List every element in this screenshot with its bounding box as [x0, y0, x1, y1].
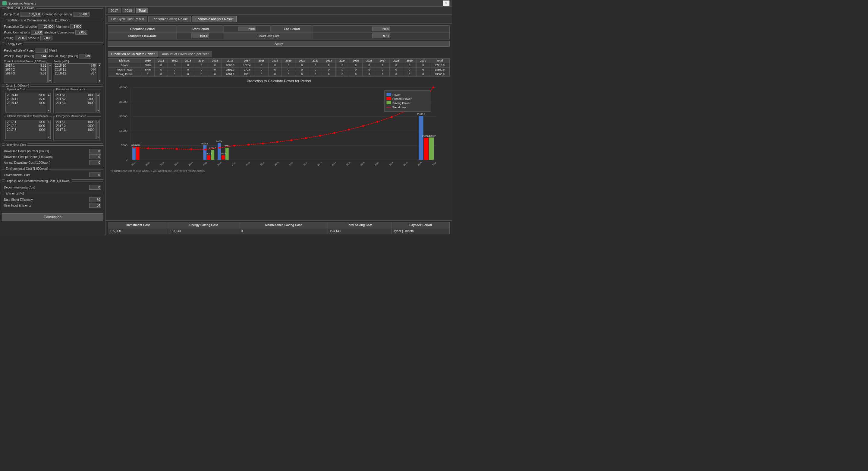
power-row-cell: 0: [268, 67, 282, 72]
preventive-list[interactable]: 2017-11000 2017-29000 2017-31000: [55, 93, 96, 113]
app-icon: [2, 1, 7, 5]
col-2012: 2012: [168, 59, 181, 63]
scroll-arrows-5[interactable]: ▲ ▼: [47, 120, 50, 139]
trend-dot: [376, 121, 378, 123]
tab-prediction[interactable]: Prediction of Calculate Power: [108, 51, 158, 57]
svg-text:5000: 5000: [121, 144, 127, 147]
flow-rate-value[interactable]: [177, 33, 224, 39]
electrical-input[interactable]: [75, 30, 87, 35]
downtime-section: Downtime Cost Downtime Hours per Year [H…: [2, 145, 103, 167]
power-row-cell: 13550.9: [430, 67, 450, 72]
list-item: 2017-19.81: [4, 64, 47, 67]
scroll-arrows[interactable]: ▲ ▼: [48, 63, 52, 83]
trend-dot: [219, 147, 221, 149]
scroll-up-arrow[interactable]: ▲: [49, 64, 51, 67]
tab-lifecycle[interactable]: Life Cycle Cost Result: [108, 16, 147, 22]
scroll-down[interactable]: ▼: [97, 136, 99, 139]
foundation-input[interactable]: [38, 24, 55, 29]
power-row-cell: 0: [208, 72, 222, 77]
operation-list[interactable]: 2018-102000 2018-111500 2018-121000: [5, 93, 46, 113]
col-2028: 2028: [390, 59, 403, 63]
annual-downtime-input[interactable]: [89, 160, 101, 165]
bar-present-2017: [221, 155, 225, 159]
power-row-label: Saving Power: [108, 72, 141, 77]
close-button[interactable]: ✕: [443, 0, 450, 6]
scroll-down-arrow[interactable]: ▼: [49, 79, 51, 83]
pump-cost-input[interactable]: [20, 12, 41, 17]
start-period-header: Start Period: [177, 26, 224, 33]
scroll-down[interactable]: ▼: [47, 109, 50, 112]
chart-svg-wrap[interactable]: 45000 35000 25000 15000 5000 0 8046 8046: [108, 84, 450, 169]
scroll-up[interactable]: ▲: [97, 93, 99, 96]
tab-2018[interactable]: 2018: [122, 8, 134, 13]
industrial-power-list[interactable]: 2017-19.81 2017-29.81 2017-39.81: [4, 63, 48, 83]
year-label: [Year]: [49, 49, 57, 52]
bar-present-total: [424, 138, 429, 160]
power-table: Divison. 2010 2011 2012 2013 2014 2015 2…: [108, 58, 450, 77]
startup-input[interactable]: [40, 36, 53, 40]
scroll-up-arrow-2[interactable]: ▲: [98, 64, 101, 67]
power-unit-cost-value[interactable]: [313, 33, 450, 39]
power-row-cell: 0: [309, 67, 322, 72]
list-item: 2017-11000: [6, 120, 46, 124]
col-2014: 2014: [195, 59, 208, 63]
env-cost-input[interactable]: [89, 173, 101, 177]
datasheet-eff-input[interactable]: [89, 197, 101, 202]
main-layout: Initial Cost [1,000won] Pump Cost Drawin…: [0, 7, 452, 235]
apply-button[interactable]: Apply: [108, 41, 450, 47]
info-table-section: Operation Period Start Period End Period…: [105, 24, 452, 50]
alignment-input[interactable]: [70, 24, 82, 29]
tab-total[interactable]: Total: [136, 8, 148, 13]
scroll-down-arrow-2[interactable]: ▼: [98, 79, 101, 83]
scroll-arrows-2[interactable]: ▲ ▼: [98, 63, 101, 83]
start-period-value[interactable]: [224, 26, 271, 33]
col-2024: 2024: [336, 59, 349, 63]
downtime-hours-input[interactable]: [89, 149, 101, 153]
end-period-value[interactable]: [313, 26, 450, 33]
power-row-cell: 8046: [141, 63, 155, 67]
emergency-list[interactable]: 2017-11000 2017-29000 2017-31000: [55, 120, 96, 139]
power-row-cell: 0: [349, 72, 363, 77]
scroll-up[interactable]: ▲: [47, 93, 50, 96]
power-row-cell: 0: [195, 63, 208, 67]
scroll-up[interactable]: ▲: [47, 120, 50, 123]
tab-economic-analysis[interactable]: Economic Analysis Result: [192, 16, 237, 22]
efficiency-title: Efficiency [%]: [4, 192, 25, 195]
calculation-button[interactable]: Calculation: [2, 213, 103, 221]
tab-amount-power[interactable]: Amount of Power used per Year: [158, 51, 212, 57]
scroll-arrows-3[interactable]: ▲ ▼: [47, 93, 50, 113]
weekly-usage-input[interactable]: [35, 54, 47, 59]
power-kwh-list[interactable]: 2018-10840 2018-11864 2018-12867: [54, 63, 97, 83]
annual-usage-input[interactable]: [79, 54, 91, 59]
pred-life-input[interactable]: [36, 48, 48, 53]
disposal-section: Disposal and Decommissioning Cost [1,000…: [2, 181, 103, 192]
energy-saving-value: 153,143: [168, 228, 239, 234]
col-2017: 2017: [239, 59, 255, 63]
power-row-cell: 0: [336, 67, 349, 72]
tab-2017[interactable]: 2017: [108, 8, 121, 13]
scroll-down[interactable]: ▼: [47, 136, 50, 139]
bottom-summary: Investment Cost Energy Saving Cost Maint…: [105, 220, 452, 235]
userinput-eff-input[interactable]: [89, 203, 101, 208]
piping-input[interactable]: [31, 30, 43, 35]
bar-present-2010: [136, 147, 140, 160]
scroll-down[interactable]: ▼: [97, 109, 99, 112]
power-row-cell: 0: [295, 63, 309, 67]
tab-economic-saving[interactable]: Economic Saving Result: [148, 16, 191, 22]
testing-input[interactable]: [15, 36, 27, 40]
drawings-input[interactable]: [73, 12, 90, 17]
decommissioning-input[interactable]: [89, 185, 101, 190]
scroll-up[interactable]: ▲: [97, 120, 99, 123]
power-row-cell: 0: [322, 63, 336, 67]
power-row-cell: 27416.8: [430, 63, 450, 67]
power-row-cell: 0: [208, 63, 222, 67]
scroll-arrows-6[interactable]: ▲ ▼: [96, 120, 100, 139]
downtime-cost-input[interactable]: [89, 154, 101, 159]
scroll-arrows-4[interactable]: ▲ ▼: [96, 93, 100, 113]
industrial-power-list-wrap: 2017-19.81 2017-29.81 2017-39.81 ▲ ▼: [4, 63, 52, 83]
trend-dot: [262, 143, 264, 144]
initial-cost-section: Initial Cost [1,000won] Pump Cost Drawin…: [2, 8, 103, 19]
col-2026: 2026: [363, 59, 376, 63]
power-row-cell: 0: [309, 72, 322, 77]
lifetime-list[interactable]: 2017-11000 2017-29000 2017-31000: [5, 120, 46, 139]
